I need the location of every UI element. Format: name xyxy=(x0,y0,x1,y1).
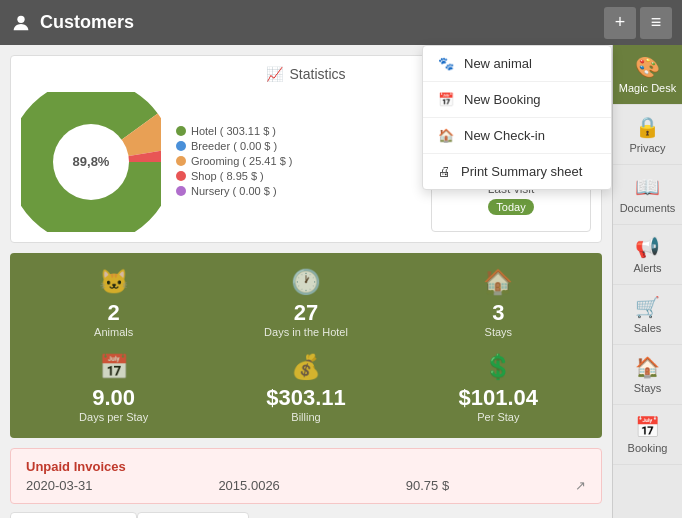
dropdown-new-animal[interactable]: 🐾 New animal xyxy=(423,46,611,82)
menu-button[interactable]: ≡ xyxy=(640,7,672,39)
unpaid-invoices-section: Unpaid Invoices 2020-03-31 2015.0026 90.… xyxy=(10,448,602,504)
stats-grid: 🐱 2 Animals 🕐 27 Days in the Hotel 🏠 3 S… xyxy=(10,253,602,438)
pie-chart: 89,8% xyxy=(21,92,161,232)
stat-days-hotel: 🕐 27 Days in the Hotel xyxy=(217,268,394,338)
header-actions: + ≡ xyxy=(604,7,672,39)
sidebar-item-stays[interactable]: 🏠 Stays xyxy=(613,345,682,405)
legend-grooming: Grooming ( 25.41 $ ) xyxy=(176,155,293,167)
legend-breeder: Breeder ( 0.00 $ ) xyxy=(176,140,293,152)
stat-days-per-stay: 📅 9.00 Days per Stay xyxy=(25,353,202,423)
sidebar-item-sales[interactable]: 🛒 Sales xyxy=(613,285,682,345)
pie-area: 89,8% Hotel ( 303.11 $ ) Breeder ( 0.00 … xyxy=(21,92,421,232)
sidebar-sales-label: Sales xyxy=(634,322,662,334)
stat-days-desc: Days in the Hotel xyxy=(217,326,394,338)
external-link-icon[interactable]: ↗ xyxy=(575,478,586,493)
stat-animals-desc: Animals xyxy=(25,326,202,338)
clock-icon: 🕐 xyxy=(217,268,394,296)
stat-stays: 🏠 3 Stays xyxy=(410,268,587,338)
stays-icon: 🏠 xyxy=(635,355,660,379)
dropdown-print-summary-label: Print Summary sheet xyxy=(461,164,582,179)
stat-billing-desc: Billing xyxy=(217,411,394,423)
booking-icon: 📅 xyxy=(635,415,660,439)
sidebar-documents-label: Documents xyxy=(620,202,676,214)
stat-days-value: 27 xyxy=(217,300,394,326)
stat-dps-desc: Days per Stay xyxy=(25,411,202,423)
legend-shop: Shop ( 8.95 $ ) xyxy=(176,170,293,182)
stat-animals-value: 2 xyxy=(25,300,202,326)
page-title: Customers xyxy=(40,12,134,33)
unpaid-invoice-number: 2015.0026 xyxy=(218,478,279,493)
sidebar-item-magic-desk[interactable]: 🎨 Magic Desk xyxy=(613,45,682,105)
home-icon: 🏠 xyxy=(410,268,587,296)
stat-per-stay: 💲 $101.04 Per Stay xyxy=(410,353,587,423)
legend-nursery: Nursery ( 0.00 $ ) xyxy=(176,185,293,197)
pie-legend: Hotel ( 303.11 $ ) Breeder ( 0.00 $ ) Gr… xyxy=(176,125,293,200)
documents-icon: 📖 xyxy=(635,175,660,199)
sidebar-item-privacy[interactable]: 🔒 Privacy xyxy=(613,105,682,165)
privacy-icon: 🔒 xyxy=(635,115,660,139)
sidebar-item-documents[interactable]: 📖 Documents xyxy=(613,165,682,225)
per-stay-icon: 💲 xyxy=(410,353,587,381)
add-button[interactable]: + xyxy=(604,7,636,39)
billing-icon: 💰 xyxy=(217,353,394,381)
stat-dps-value: 9.00 xyxy=(25,385,202,411)
app-header: Customers + ≡ xyxy=(0,0,682,45)
sidebar-privacy-label: Privacy xyxy=(629,142,665,154)
legend-hotel: Hotel ( 303.11 $ ) xyxy=(176,125,293,137)
unpaid-date: 2020-03-31 xyxy=(26,478,93,493)
new-checkin-icon: 🏠 xyxy=(438,128,454,143)
stat-per-stay-desc: Per Stay xyxy=(410,411,587,423)
bottom-tabs: 👤 Customer Info 🐾 Animal Info xyxy=(10,512,602,518)
today-badge: Today xyxy=(488,199,533,215)
alerts-icon: 📢 xyxy=(635,235,660,259)
dropdown-new-booking-label: New Booking xyxy=(464,92,541,107)
stat-per-stay-value: $101.04 xyxy=(410,385,587,411)
sidebar-stays-label: Stays xyxy=(634,382,662,394)
dropdown-new-booking[interactable]: 📅 New Booking xyxy=(423,82,611,118)
sidebar-booking-label: Booking xyxy=(628,442,668,454)
sidebar-alerts-label: Alerts xyxy=(633,262,661,274)
print-summary-icon: 🖨 xyxy=(438,164,451,179)
unpaid-amount: 90.75 $ xyxy=(406,478,449,493)
sidebar-item-alerts[interactable]: 📢 Alerts xyxy=(613,225,682,285)
calendar-icon: 📅 xyxy=(25,353,202,381)
sales-icon: 🛒 xyxy=(635,295,660,319)
new-booking-icon: 📅 xyxy=(438,92,454,107)
stat-billing-value: $303.11 xyxy=(217,385,394,411)
tab-animal-info[interactable]: 🐾 Animal Info xyxy=(137,512,249,518)
stat-billing: 💰 $303.11 Billing xyxy=(217,353,394,423)
sidebar-magic-desk-label: Magic Desk xyxy=(619,82,676,94)
svg-text:89,8%: 89,8% xyxy=(73,154,110,169)
dropdown-menu: 🐾 New animal 📅 New Booking 🏠 New Check-i… xyxy=(422,45,612,190)
animals-icon: 🐱 xyxy=(25,268,202,296)
dropdown-print-summary[interactable]: 🖨 Print Summary sheet xyxy=(423,154,611,189)
unpaid-invoices-title: Unpaid Invoices xyxy=(26,459,586,474)
stat-animals: 🐱 2 Animals xyxy=(25,268,202,338)
unpaid-invoice-row: 2020-03-31 2015.0026 90.75 $ ↗ xyxy=(26,478,586,493)
sidebar-item-booking[interactable]: 📅 Booking xyxy=(613,405,682,465)
stats-chart-icon: 📈 xyxy=(266,66,283,82)
dropdown-new-animal-label: New animal xyxy=(464,56,532,71)
header-left: Customers xyxy=(10,12,134,34)
svg-point-0 xyxy=(17,15,24,22)
new-animal-icon: 🐾 xyxy=(438,56,454,71)
stat-stays-value: 3 xyxy=(410,300,587,326)
dropdown-new-checkin-label: New Check-in xyxy=(464,128,545,143)
magic-desk-icon: 🎨 xyxy=(635,55,660,79)
stat-stays-desc: Stays xyxy=(410,326,587,338)
tab-customer-info[interactable]: 👤 Customer Info xyxy=(10,512,137,518)
user-icon xyxy=(10,12,32,34)
right-sidebar: 🎨 Magic Desk 🔒 Privacy 📖 Documents 📢 Ale… xyxy=(612,45,682,518)
dropdown-new-checkin[interactable]: 🏠 New Check-in xyxy=(423,118,611,154)
